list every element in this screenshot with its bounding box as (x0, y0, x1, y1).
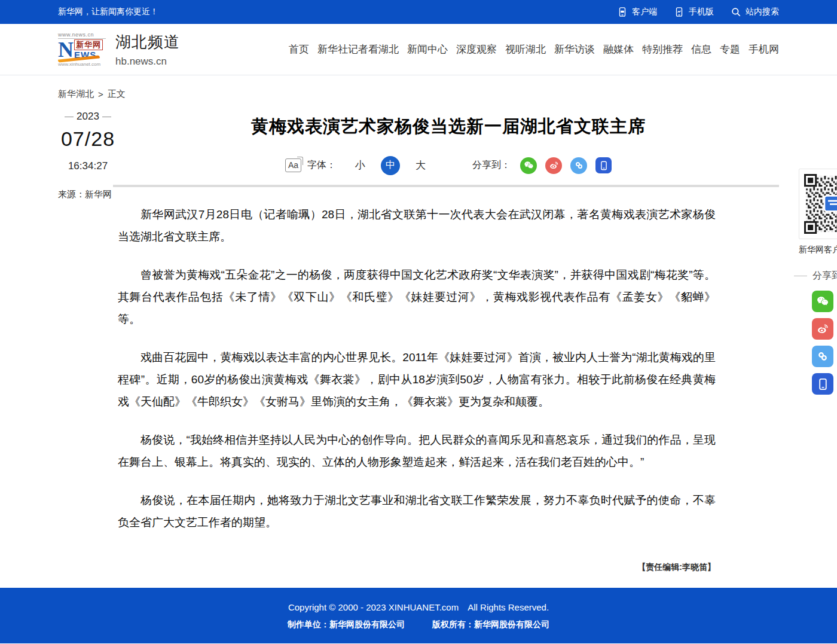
xinhuanet-logo-mark: www.news.cn N 新华网 EWS www.xinhuanet.com (58, 32, 106, 67)
sidebar-share-icons (799, 291, 837, 395)
article-source: 来源：新华网 (58, 189, 118, 200)
nav-item-home[interactable]: 首页 (289, 42, 309, 56)
year-dash-right (102, 117, 111, 117)
article-time: 16:34:27 (58, 160, 118, 172)
nav-item-info[interactable]: 信息 (691, 42, 711, 56)
footer-copyright: Copyright © 2000 - 2023 XINHUANET.com Al… (0, 588, 837, 614)
font-size-large-button[interactable]: 大 (416, 158, 426, 172)
footer-rights: 版权所有：新华网股份有限公司 (432, 619, 549, 630)
article-date: 07/28 (58, 127, 118, 151)
qr-code-card (799, 169, 837, 239)
xinhua-share-icon[interactable] (570, 157, 587, 174)
wechat-share-icon[interactable] (520, 157, 537, 174)
title-separator (113, 185, 779, 187)
sidebar-share-row: 分享到 (799, 270, 837, 282)
nav-item-interviews[interactable]: 新华访谈 (554, 42, 595, 56)
mobile-share-icon[interactable] (812, 373, 833, 395)
breadcrumb-section[interactable]: 新华湖北 (58, 88, 94, 100)
site-search-link[interactable]: 站内搜索 (731, 7, 779, 17)
mobile-version-link[interactable]: 手机版 (674, 7, 714, 17)
font-size-icon: Aa (285, 158, 301, 172)
app-phone-icon (617, 7, 628, 17)
paragraph: 新华网武汉7月28日电（记者喻珮）28日，湖北省文联第十一次代表大会在武汉闭幕，… (118, 203, 716, 248)
sidebar-share-label: 分享到 (812, 270, 837, 282)
channel-domain: hb.news.cn (115, 56, 180, 68)
client-app-link[interactable]: 客户端 (617, 7, 657, 17)
logo-letter-n: N (58, 39, 74, 60)
article-body: 黄梅戏表演艺术家杨俊当选新一届湖北省文联主席 Aa 字体： 小 中 大 分享到： (118, 111, 779, 573)
weibo-share-icon[interactable] (545, 157, 562, 174)
share-sidebar: 新华网客户端 分享到 (799, 169, 837, 401)
paragraph: 曾被誉为黄梅戏“五朵金花”之一的杨俊，两度获得中国文化艺术政府奖“文华表演奖”，… (118, 264, 716, 330)
breadcrumb-arrow: > (98, 89, 103, 99)
article-title: 黄梅戏表演艺术家杨俊当选新一届湖北省文联主席 (118, 115, 779, 138)
nav-item-in-depth[interactable]: 深度观察 (456, 42, 497, 56)
article-paragraphs: 新华网武汉7月28日电（记者喻珮）28日，湖北省文联第十一次代表大会在武汉闭幕，… (118, 203, 716, 533)
main-nav: 首页 新华社记者看湖北 新闻中心 深度观察 视听湖北 新华访谈 融媒体 特别推荐… (289, 42, 779, 56)
font-size-medium-button[interactable]: 中 (381, 156, 400, 175)
footer-maker: 制作单位：新华网股份有限公司 (288, 619, 405, 630)
paragraph: 杨俊说，在本届任期内，她将致力于湖北文艺事业和湖北省文联工作繁荣发展，努力不辜负… (118, 489, 716, 533)
breadcrumb-current: 正文 (108, 88, 126, 100)
font-size-label: 字体： (307, 159, 336, 172)
weibo-share-icon[interactable] (812, 318, 833, 340)
site-footer: Copyright © 2000 - 2023 XINHUANET.com Al… (0, 588, 837, 643)
year-dash-left (65, 117, 74, 117)
nav-item-converged-media[interactable]: 融媒体 (603, 42, 634, 56)
logo-brand-cn: 新华网 (74, 39, 103, 50)
site-slogan: 新华网，让新闻离你更近！ (58, 7, 158, 17)
nav-item-reporters-hubei[interactable]: 新华社记者看湖北 (317, 42, 399, 56)
nav-item-news-center[interactable]: 新闻中心 (407, 42, 448, 56)
editor-note: 【责任编辑:李晓笛】 (118, 562, 716, 573)
paragraph: 杨俊说，“我始终相信并坚持以人民为中心的创作导向。把人民群众的喜闻乐见和喜怒哀乐… (118, 429, 716, 473)
share-icons (520, 157, 612, 174)
article-toolbar: Aa 字体： 小 中 大 分享到： (118, 156, 779, 175)
mobile-share-icon[interactable] (595, 157, 612, 173)
share-label: 分享到： (472, 159, 511, 172)
search-icon (731, 7, 741, 17)
date-block: 2023 07/28 16:34:27 来源：新华网 (58, 111, 118, 573)
breadcrumb: 新华湖北 > 正文 (58, 88, 779, 100)
qr-caption: 新华网客户端 (799, 245, 837, 255)
wechat-share-icon[interactable] (812, 291, 833, 312)
top-bar: 新华网，让新闻离你更近！ 客户端 (0, 0, 837, 24)
main-content: 新华湖北 > 正文 2023 07/28 16:34:27 来源：新华网 黄梅戏… (58, 75, 779, 588)
nav-item-topics[interactable]: 专题 (720, 42, 740, 56)
channel-block: 湖北频道 hb.news.cn (115, 32, 180, 68)
logo-url-bottom: www.xinhuanet.com (58, 62, 106, 67)
article-year: 2023 (77, 111, 99, 123)
share-divider-line (794, 276, 807, 276)
topbar-links: 客户端 手机版 站内搜 (617, 7, 779, 17)
qr-code-image (804, 174, 837, 234)
nav-item-av-hubei[interactable]: 视听湖北 (505, 42, 546, 56)
nav-item-special-recommend[interactable]: 特别推荐 (642, 42, 683, 56)
font-size-small-button[interactable]: 小 (355, 158, 365, 172)
nav-item-mobile-site[interactable]: 手机网 (749, 42, 779, 56)
xinhua-share-icon[interactable] (812, 346, 833, 367)
channel-name[interactable]: 湖北频道 (115, 32, 180, 53)
paragraph: 戏曲百花园中，黄梅戏以表达丰富的内心世界见长。2011年《妹娃要过河》首演，被业… (118, 346, 716, 413)
xinhuanet-logo[interactable]: www.news.cn N 新华网 EWS www.xinhuanet.com … (58, 32, 180, 68)
mobile-phone-icon (674, 7, 685, 17)
site-header: www.news.cn N 新华网 EWS www.xinhuanet.com … (0, 24, 837, 75)
